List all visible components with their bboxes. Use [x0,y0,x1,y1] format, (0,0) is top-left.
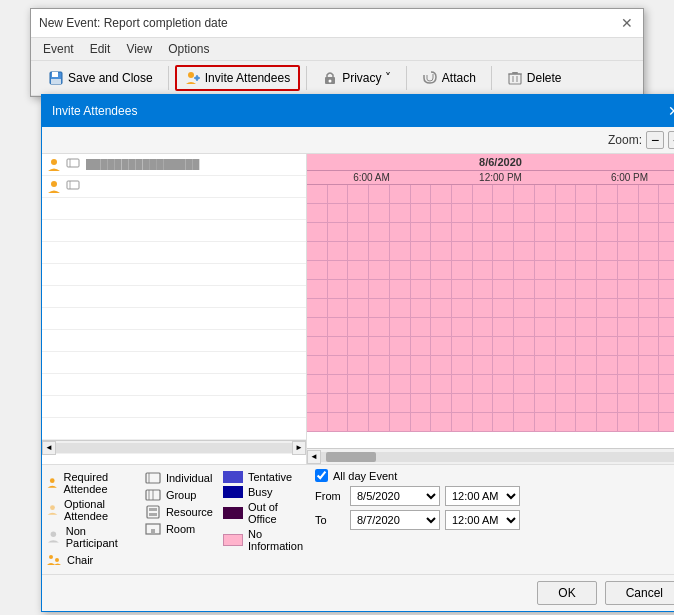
menu-event[interactable]: Event [39,40,78,58]
zoom-minus-button[interactable]: − [646,131,664,149]
cell [473,204,494,222]
cell [369,318,390,336]
from-time-select[interactable]: 12:00 AM [445,486,520,506]
cell [369,185,390,203]
ok-button[interactable]: OK [537,581,596,605]
to-time-select[interactable]: 12:00 AM [445,510,520,530]
cell [659,299,674,317]
delete-button[interactable]: Delete [498,66,571,90]
cell [556,280,577,298]
optional-legend-icon [46,502,59,518]
zoom-plus-button[interactable]: + [668,131,674,149]
cal-row-4 [307,242,674,261]
cal-row-8 [307,318,674,337]
svg-rect-31 [149,508,157,511]
cell [328,280,349,298]
cell [618,242,639,260]
cell [328,337,349,355]
invite-attendees-button[interactable]: Invite Attendees [175,65,300,91]
cell [411,356,432,374]
from-date-select[interactable]: 8/5/2020 [350,486,440,506]
required-legend-icon [46,475,59,491]
cell [411,413,432,431]
menu-view[interactable]: View [122,40,156,58]
calendar-h-scrollbar[interactable]: ◄ ► [307,448,674,464]
cell [452,223,473,241]
privacy-button[interactable]: Privacy ˅ [313,66,400,90]
attendee-row-9 [42,330,306,352]
right-section: All day Event From 8/5/2020 12:00 AM To [307,465,674,574]
calendar-rows [307,185,674,448]
cell [431,242,452,260]
cell [390,299,411,317]
cell [411,185,432,203]
attach-button[interactable]: Attach [413,66,485,90]
event-close-button[interactable]: ✕ [619,15,635,31]
cell [473,413,494,431]
cell [639,280,660,298]
cell [473,394,494,412]
cell [639,299,660,317]
cell [556,318,577,336]
cell [597,394,618,412]
cell [328,204,349,222]
svg-rect-1 [52,72,58,77]
cell [514,204,535,222]
cell [639,261,660,279]
menu-options[interactable]: Options [164,40,213,58]
cell [535,185,556,203]
invite-icon [185,70,201,86]
cell [514,185,535,203]
to-date-select[interactable]: 8/7/2020 [350,510,440,530]
svg-rect-18 [67,181,79,189]
status-col: Tentative Busy Out of Office No Inf [223,471,303,568]
to-label: To [315,514,345,526]
cell [473,280,494,298]
cell [535,394,556,412]
cell [639,413,660,431]
toolbar-sep-2 [306,66,307,90]
cell [639,318,660,336]
svg-point-8 [329,80,332,83]
cell [639,242,660,260]
cell [452,337,473,355]
cell [597,223,618,241]
cal-row-12 [307,394,674,413]
attendee-h-scrollbar[interactable]: ◄ ► [42,440,306,454]
cell [307,185,328,203]
cell [576,242,597,260]
attendee-scroll-left[interactable]: ◄ [42,441,56,455]
svg-rect-9 [509,74,521,84]
attendee-row-12 [42,396,306,418]
attendee-input-2[interactable] [86,181,302,193]
legend-nonparticipant: Non Participant [46,525,135,549]
cell [452,185,473,203]
cell [411,375,432,393]
cell [659,356,674,374]
dialog-close-button[interactable]: ✕ [664,101,674,121]
menu-edit[interactable]: Edit [86,40,115,58]
cell [618,261,639,279]
save-close-label: Save and Close [68,71,153,85]
individual-label: Individual [166,472,212,484]
cell [639,337,660,355]
cal-row-10 [307,356,674,375]
attendee-row-13 [42,418,306,440]
cell [576,223,597,241]
cell [431,375,452,393]
attendee-scroll-right[interactable]: ► [292,441,306,455]
attach-icon [422,70,438,86]
cell [328,223,349,241]
cell [348,223,369,241]
cell [348,375,369,393]
cell [411,337,432,355]
cell [493,185,514,203]
cell [390,242,411,260]
cell [411,242,432,260]
save-close-button[interactable]: Save and Close [39,66,162,90]
all-day-checkbox[interactable] [315,469,328,482]
h-scroll-left[interactable]: ◄ [307,450,321,464]
cell [576,280,597,298]
chair-legend-icon [46,552,62,568]
cancel-button[interactable]: Cancel [605,581,674,605]
